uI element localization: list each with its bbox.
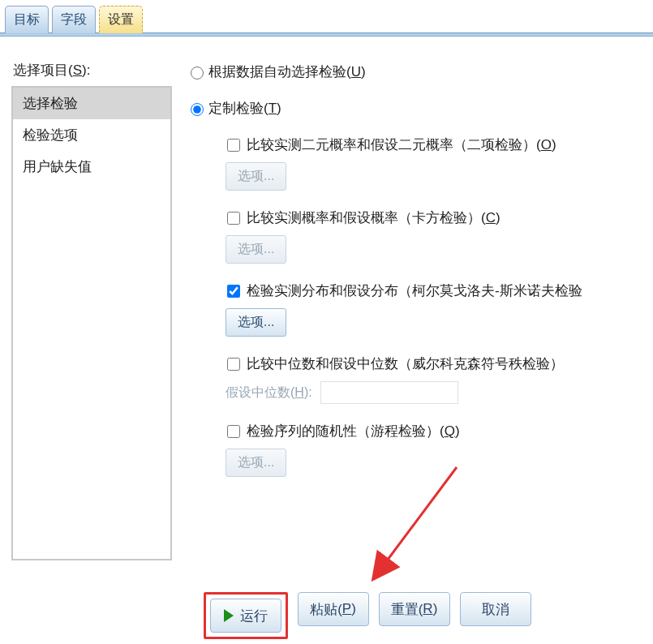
chisq-options-button: 选项... — [226, 235, 286, 264]
check-binomial: 比较实测二元概率和假设二元概率（二项检验）(O) 选项... — [224, 135, 653, 191]
cancel-button[interactable]: 取消 — [460, 592, 531, 626]
check-runs-row[interactable]: 检验序列的随机性（游程检验）(Q) — [224, 422, 653, 440]
check-wilcoxon-input[interactable] — [227, 358, 240, 371]
check-chisq-row[interactable]: 比较实测概率和假设概率（卡方检验）(C) — [224, 208, 653, 227]
radio-custom[interactable]: 定制检验(T) — [187, 99, 653, 118]
check-chisq: 比较实测概率和假设概率（卡方检验）(C) 选项... — [224, 208, 653, 264]
tab-target[interactable]: 目标 — [5, 6, 49, 33]
run-button[interactable]: 运行 — [210, 599, 281, 633]
side-title: 选择项目(S): — [11, 61, 172, 79]
main-panel: 根据数据自动选择检验(U) 定制检验(T) 比较实测二元概率和假设二元概率（二项… — [187, 61, 653, 560]
check-ks: 检验实测分布和假设分布（柯尔莫戈洛夫-斯米诺夫检验 选项... — [224, 281, 653, 337]
check-chisq-input[interactable] — [227, 212, 240, 225]
paste-button[interactable]: 粘贴(P) — [298, 592, 369, 626]
hypothesized-median-input[interactable] — [320, 381, 458, 404]
side-item-test-options[interactable]: 检验选项 — [13, 119, 170, 151]
side-item-user-missing[interactable]: 用户缺失值 — [13, 151, 170, 182]
run-button-highlight: 运行 — [204, 592, 288, 639]
tab-bar: 目标 字段 设置 — [0, 0, 653, 32]
radio-auto-input[interactable] — [191, 67, 204, 79]
play-icon — [224, 609, 234, 622]
check-ks-row[interactable]: 检验实测分布和假设分布（柯尔莫戈洛夫-斯米诺夫检验 — [224, 281, 653, 300]
reset-button[interactable]: 重置(R) — [379, 592, 450, 626]
ks-options-button[interactable]: 选项... — [226, 308, 286, 337]
check-binomial-input[interactable] — [227, 139, 240, 152]
dialog-button-bar: 运行 粘贴(P) 重置(R) 取消 — [0, 592, 653, 639]
check-ks-input[interactable] — [227, 285, 240, 298]
hypothesized-median-row: 假设中位数(H): — [226, 381, 653, 404]
radio-auto[interactable]: 根据数据自动选择检验(U) — [187, 62, 653, 81]
binomial-options-button: 选项... — [226, 162, 286, 191]
tab-settings[interactable]: 设置 — [99, 6, 143, 33]
check-wilcoxon: 比较中位数和假设中位数（威尔科克森符号秩检验） 假设中位数(H): — [224, 354, 653, 404]
side-list[interactable]: 选择检验 检验选项 用户缺失值 — [11, 86, 172, 560]
radio-custom-input[interactable] — [191, 103, 204, 116]
side-panel: 选择项目(S): 选择检验 检验选项 用户缺失值 — [11, 61, 172, 560]
tab-fields[interactable]: 字段 — [52, 6, 96, 33]
check-runs: 检验序列的随机性（游程检验）(Q) 选项... — [224, 422, 653, 477]
runs-options-button: 选项... — [226, 449, 286, 477]
check-binomial-row[interactable]: 比较实测二元概率和假设二元概率（二项检验）(O) — [224, 135, 653, 154]
check-runs-input[interactable] — [227, 425, 240, 438]
side-item-select-tests[interactable]: 选择检验 — [13, 88, 170, 119]
check-wilcoxon-row[interactable]: 比较中位数和假设中位数（威尔科克森符号秩检验） — [224, 354, 653, 373]
